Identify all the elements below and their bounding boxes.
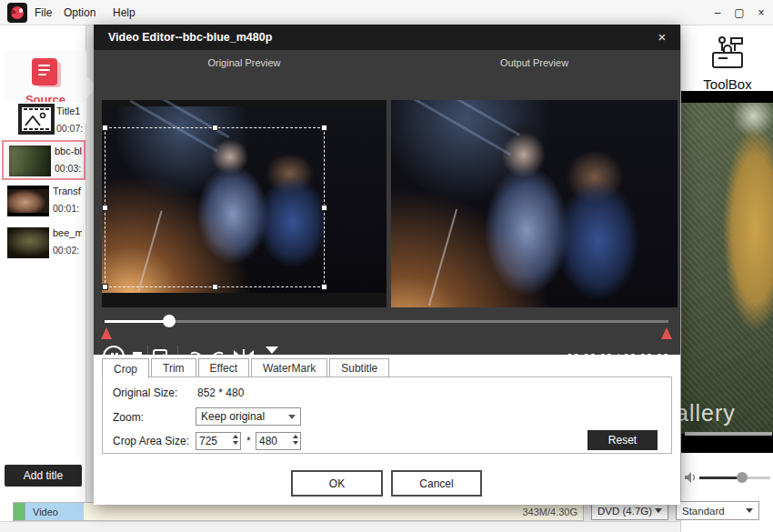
tab-effect[interactable]: Effect bbox=[198, 358, 249, 376]
quality-dropdown[interactable]: Standard bbox=[676, 501, 759, 520]
crop-settings-panel: Original Size: 852 * 480 Zoom: Keep orig… bbox=[102, 376, 672, 454]
stepper-down-icon[interactable] bbox=[233, 441, 238, 445]
crop-handle-sw[interactable] bbox=[102, 284, 108, 290]
main-preview-progressbar[interactable] bbox=[685, 432, 772, 436]
gallery-watermark: allery bbox=[676, 400, 736, 427]
volume-fill bbox=[699, 477, 740, 479]
dialog-close-icon[interactable]: × bbox=[653, 28, 671, 46]
dialog-titlebar[interactable]: Video Editor--bbc-blue_m480p × bbox=[94, 25, 680, 50]
original-size-value: 852 * 480 bbox=[197, 386, 244, 399]
chevron-down-icon bbox=[288, 415, 296, 419]
minimize-icon[interactable]: – bbox=[711, 6, 724, 19]
clip-thumbnail bbox=[9, 146, 51, 176]
clip-duration: 00:01: bbox=[53, 203, 84, 214]
menu-help[interactable]: Help bbox=[104, 0, 145, 25]
stepper-down-icon[interactable] bbox=[293, 441, 298, 445]
crop-handle-ne[interactable] bbox=[321, 125, 327, 131]
editor-tabs: Crop Trim Effect WaterMark Subtitle bbox=[102, 358, 391, 378]
video-editor-dialog: Video Editor--bbc-blue_m480p × Original … bbox=[94, 25, 680, 505]
crop-area-label: Crop Area Size: bbox=[113, 435, 189, 447]
status-strip bbox=[0, 521, 773, 532]
crop-width-stepper[interactable] bbox=[196, 432, 241, 450]
crop-height-stepper[interactable] bbox=[256, 432, 301, 450]
clip-name: bee_m bbox=[53, 227, 82, 238]
tab-watermark[interactable]: WaterMark bbox=[251, 358, 327, 376]
preview-section: Original Preview Output Preview bbox=[94, 50, 680, 355]
clip-duration: 00:07: bbox=[56, 123, 87, 134]
trim-start-marker[interactable] bbox=[101, 327, 112, 339]
disc-type-value: DVD (4.7G) bbox=[597, 506, 652, 517]
seek-thumb[interactable] bbox=[163, 315, 176, 327]
volume-thumb[interactable] bbox=[737, 472, 748, 483]
track-handle[interactable] bbox=[14, 503, 25, 520]
sidebar: Source Title1 00:07: bbc-bl 00:03: Trans… bbox=[0, 25, 86, 532]
original-size-label: Original Size: bbox=[113, 386, 177, 399]
window-titlebar: File Option Help – ▢ × bbox=[0, 0, 773, 25]
timeline-track[interactable]: Video 343M/4.30G bbox=[13, 502, 584, 521]
clip-item-title1[interactable]: Title1 00:07: bbox=[2, 102, 85, 142]
original-preview-frame bbox=[102, 100, 386, 307]
toolbox-label: ToolBox bbox=[681, 76, 773, 92]
chevron-down-icon bbox=[746, 508, 753, 513]
track-size-text: 343M/4.30G bbox=[84, 503, 583, 520]
crop-handle-nw[interactable] bbox=[102, 125, 108, 131]
quality-value: Standard bbox=[682, 506, 725, 517]
clip-name: Title1 bbox=[56, 105, 85, 116]
dialog-title: Video Editor--bbc-blue_m480p bbox=[108, 31, 272, 44]
crop-selection-box[interactable] bbox=[105, 127, 325, 287]
crop-handle-w[interactable] bbox=[102, 205, 108, 211]
dialog-settings-area: Crop Trim Effect WaterMark Subtitle Orig… bbox=[94, 355, 680, 505]
zoom-label: Zoom: bbox=[113, 411, 144, 424]
clip-duration: 00:02: bbox=[53, 245, 84, 256]
clip-duration: 00:03: bbox=[55, 163, 85, 174]
clip-name: Transf bbox=[53, 186, 82, 196]
trim-end-marker[interactable] bbox=[661, 327, 672, 339]
output-preview-frame bbox=[391, 100, 678, 307]
clip-item-transf[interactable]: Transf 00:01: bbox=[2, 182, 85, 222]
clip-item-bbc[interactable]: bbc-bl 00:03: bbox=[2, 140, 85, 180]
crop-handle-s[interactable] bbox=[212, 284, 218, 290]
zoom-select-value: Keep original bbox=[201, 410, 265, 423]
main-preview-video: allery bbox=[681, 91, 773, 453]
ok-button[interactable]: OK bbox=[291, 470, 383, 497]
crop-handle-se[interactable] bbox=[321, 284, 327, 290]
source-icon bbox=[32, 58, 59, 87]
stepper-up-icon[interactable] bbox=[233, 435, 238, 438]
close-icon[interactable]: × bbox=[755, 6, 768, 19]
stepper-up-icon[interactable] bbox=[293, 435, 298, 438]
toolbox-icon bbox=[708, 33, 748, 73]
maximize-icon[interactable]: ▢ bbox=[733, 6, 746, 19]
output-video-frame bbox=[391, 100, 678, 307]
underwater-video-frame bbox=[681, 103, 773, 434]
title-thumbnail-icon bbox=[18, 104, 55, 135]
clip-thumbnail bbox=[7, 227, 49, 258]
crop-handle-e[interactable] bbox=[321, 205, 327, 211]
chevron-down-icon bbox=[655, 508, 662, 513]
reset-button[interactable]: Reset bbox=[587, 430, 658, 450]
cancel-button[interactable]: Cancel bbox=[391, 470, 482, 497]
clip-name: bbc-bl bbox=[55, 146, 84, 156]
tab-subtitle[interactable]: Subtitle bbox=[329, 358, 389, 376]
track-video-chip[interactable]: Video bbox=[25, 503, 84, 520]
seek-track[interactable] bbox=[105, 320, 668, 323]
seek-fill bbox=[105, 320, 168, 323]
window-controls: – ▢ × bbox=[711, 0, 768, 25]
crop-width-input[interactable] bbox=[199, 433, 228, 449]
app-logo-icon bbox=[7, 3, 27, 23]
toolbox-button[interactable]: ToolBox bbox=[681, 31, 773, 95]
right-panel: ToolBox allery bbox=[680, 25, 773, 532]
original-preview-label: Original Preview bbox=[102, 57, 386, 68]
dimension-separator: * bbox=[246, 435, 251, 447]
clip-thumbnail bbox=[7, 186, 49, 216]
tab-trim[interactable]: Trim bbox=[151, 358, 196, 376]
speaker-icon[interactable] bbox=[683, 470, 698, 485]
add-title-button[interactable]: Add title bbox=[5, 465, 82, 487]
volume-control bbox=[681, 464, 773, 491]
crop-handle-n[interactable] bbox=[212, 125, 218, 131]
menu-option[interactable]: Option bbox=[55, 0, 105, 25]
zoom-select[interactable]: Keep original bbox=[196, 407, 301, 426]
crop-height-input[interactable] bbox=[259, 433, 288, 449]
tab-crop[interactable]: Crop bbox=[102, 358, 149, 378]
output-preview-label: Output Preview bbox=[391, 57, 678, 68]
clip-item-bee[interactable]: bee_m 00:02: bbox=[2, 224, 85, 264]
